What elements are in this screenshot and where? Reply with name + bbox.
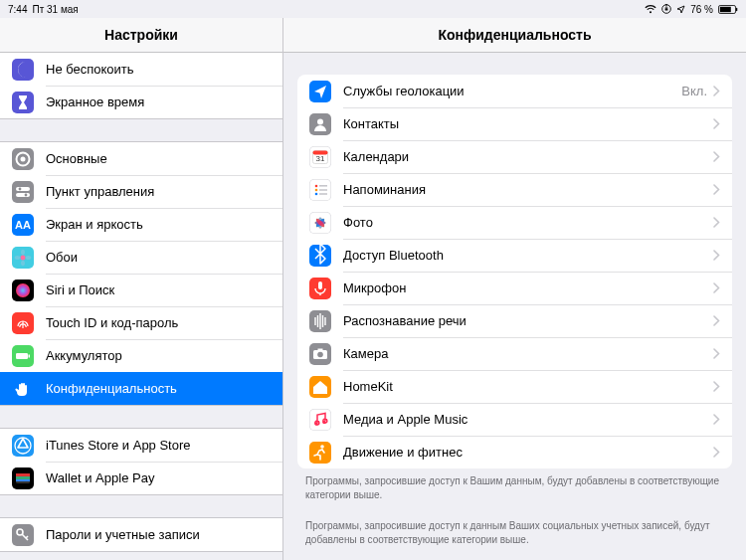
hand-icon — [12, 378, 34, 400]
row-label: HomeKit — [343, 379, 713, 394]
chevron-right-icon — [713, 151, 720, 162]
row-label: Конфиденциальность — [46, 381, 282, 396]
svg-point-15 — [15, 256, 21, 260]
detail-group: Службы геолокацииВкл.Контакты31Календари… — [297, 75, 732, 468]
home-icon — [309, 376, 331, 398]
svg-rect-24 — [16, 479, 30, 481]
svg-point-12 — [21, 255, 26, 260]
gear-icon — [12, 148, 34, 170]
svg-rect-4 — [736, 7, 737, 10]
appstore-icon — [12, 435, 34, 457]
svg-point-16 — [26, 256, 32, 260]
detail-header: Конфиденциальность — [283, 18, 746, 53]
svg-rect-18 — [16, 353, 28, 359]
group-footer-note: Программы, запросившие доступ к данным В… — [283, 501, 746, 546]
wallet-icon — [12, 467, 34, 489]
svg-rect-33 — [319, 189, 327, 191]
detail-row-location[interactable]: Службы геолокацииВкл. — [297, 75, 732, 107]
sidebar-item-wallet[interactable]: Wallet и Apple Pay — [0, 462, 282, 494]
detail-row-bluetooth[interactable]: Доступ Bluetooth — [297, 239, 732, 272]
sidebar-item-general[interactable]: Основные — [0, 142, 282, 175]
detail-row-reminders[interactable]: Напоминания — [297, 173, 732, 206]
svg-point-48 — [314, 422, 318, 426]
chevron-right-icon — [713, 86, 720, 96]
chevron-right-icon — [713, 217, 720, 228]
svg-rect-23 — [16, 476, 30, 479]
svg-point-26 — [317, 118, 323, 124]
sidebar-item-wallpaper[interactable]: Обои — [0, 241, 282, 274]
svg-point-17 — [16, 283, 30, 297]
aa-icon: AA — [12, 214, 34, 236]
group-footer-note: Программы, запросившие доступ к Вашим да… — [283, 468, 746, 501]
detail-row-photos[interactable]: Фото — [297, 206, 732, 239]
svg-point-34 — [315, 192, 318, 195]
svg-text:AA: AA — [15, 219, 31, 231]
sidebar-item-privacy[interactable]: Конфиденциальность — [0, 372, 282, 405]
key-icon — [12, 524, 34, 546]
flower-icon — [12, 247, 34, 269]
camera-icon — [309, 343, 331, 365]
sidebar-item-siri[interactable]: Siri и Поиск — [0, 274, 282, 306]
row-value: Вкл. — [681, 84, 707, 98]
wifi-icon — [645, 5, 656, 14]
detail-row-media[interactable]: Медиа и Apple Music — [297, 403, 732, 436]
row-label: Распознавание речи — [343, 313, 713, 328]
sidebar-header: Настройки — [0, 18, 282, 53]
sidebar-group: Пароли и учетные записи — [0, 517, 282, 552]
sidebar-item-battery[interactable]: Аккумулятор — [0, 339, 282, 372]
status-bar: 7:44 Пт 31 мая 76 % — [0, 0, 746, 18]
row-label: Siri и Поиск — [46, 282, 282, 297]
row-label: Пункт управления — [46, 184, 282, 199]
row-label: Календари — [343, 149, 713, 164]
settings-sidebar: Настройки Не беспокоитьЭкранное времяОсн… — [0, 18, 283, 560]
svg-rect-22 — [16, 473, 30, 476]
battery-icon — [718, 5, 738, 14]
svg-point-10 — [25, 193, 28, 196]
svg-rect-3 — [720, 6, 731, 11]
fingerprint-icon — [12, 312, 34, 334]
mic-icon — [309, 278, 331, 299]
row-label: Не беспокоить — [46, 62, 282, 77]
row-label: Фото — [343, 215, 713, 230]
row-label: Экранное время — [46, 94, 282, 109]
reminders-icon — [309, 179, 331, 201]
sidebar-item-display[interactable]: AAЭкран и яркость — [0, 208, 282, 241]
sidebar-item-dnd[interactable]: Не беспокоить — [0, 53, 282, 86]
sidebar-item-control-center[interactable]: Пункт управления — [0, 175, 282, 208]
svg-rect-8 — [16, 193, 30, 197]
svg-rect-31 — [319, 185, 327, 187]
motion-icon — [309, 442, 331, 464]
sidebar-item-itunes[interactable]: iTunes Store и App Store — [0, 429, 282, 462]
detail-row-calendars[interactable]: 31Календари — [297, 140, 732, 173]
detail-title: Конфиденциальность — [438, 27, 591, 43]
detail-row-motion[interactable]: Движение и фитнес — [297, 436, 732, 468]
detail-row-camera[interactable]: Камера — [297, 337, 732, 370]
svg-rect-7 — [16, 187, 30, 191]
detail-row-contacts[interactable]: Контакты — [297, 107, 732, 140]
row-label: Контакты — [343, 116, 713, 131]
photos-icon — [309, 212, 331, 234]
sidebar-group: ОсновныеПункт управленияAAЭкран и яркост… — [0, 141, 282, 406]
svg-point-9 — [19, 187, 22, 190]
sidebar-item-passwords[interactable]: Пароли и учетные записи — [0, 518, 282, 551]
chevron-right-icon — [713, 414, 720, 425]
music-icon — [309, 409, 331, 431]
svg-point-13 — [21, 249, 25, 255]
siri-icon — [12, 280, 34, 301]
hourglass-icon — [12, 92, 34, 113]
row-label: Движение и фитнес — [343, 445, 713, 460]
detail-row-microphone[interactable]: Микрофон — [297, 272, 732, 304]
sidebar-item-touchid[interactable]: Touch ID и код-пароль — [0, 306, 282, 339]
chevron-right-icon — [713, 315, 720, 326]
calendar-icon: 31 — [309, 146, 331, 168]
svg-point-32 — [315, 188, 318, 191]
row-label: Wallet и Apple Pay — [46, 470, 282, 485]
row-label: Обои — [46, 250, 282, 265]
svg-rect-47 — [318, 348, 323, 351]
status-date: Пт 31 мая — [32, 4, 78, 15]
detail-row-homekit[interactable]: HomeKit — [297, 370, 732, 403]
sidebar-item-screen-time[interactable]: Экранное время — [0, 86, 282, 118]
detail-row-speech[interactable]: Распознавание речи — [297, 304, 732, 337]
location-status-icon — [676, 5, 685, 14]
row-label: Экран и яркость — [46, 217, 282, 232]
